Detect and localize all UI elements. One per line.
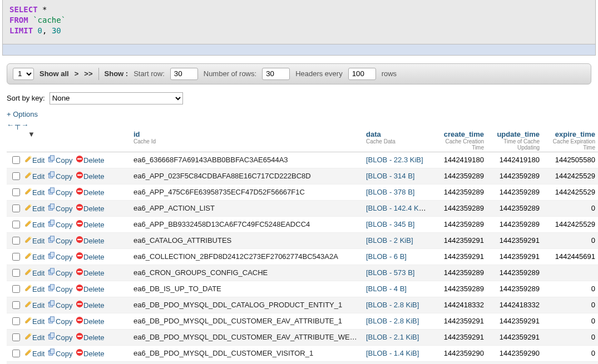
blob-link[interactable]: [BLOB - 2 KiB] xyxy=(366,236,413,245)
cell-data: [BLOB - 5.9 KiB] xyxy=(363,361,429,364)
blob-link[interactable]: [BLOB - 1.4 KiB] xyxy=(366,349,419,357)
edit-link[interactable]: Edit xyxy=(24,317,45,326)
copy-link[interactable]: Copy xyxy=(48,156,72,164)
cell-expire-time: 1442425529 xyxy=(543,216,598,232)
page-select[interactable]: 1 xyxy=(13,68,34,80)
row-checkbox[interactable] xyxy=(12,333,20,341)
delete-link[interactable]: Delete xyxy=(76,317,105,326)
cell-create-time: 1442359289 xyxy=(429,184,487,200)
column-move-arrows[interactable]: ←┬→ xyxy=(7,121,591,129)
blob-link[interactable]: [BLOB - 2.1 KiB] xyxy=(366,333,419,341)
blob-link[interactable]: [BLOB - 345 B] xyxy=(366,220,414,228)
blob-link[interactable]: [BLOB - 573 B] xyxy=(366,268,414,277)
next-page-button[interactable]: > xyxy=(75,69,79,78)
edit-link[interactable]: Edit xyxy=(24,205,45,213)
last-page-button[interactable]: >> xyxy=(84,69,92,78)
copy-link[interactable]: Copy xyxy=(48,301,72,310)
edit-link[interactable]: Edit xyxy=(24,285,45,293)
sort-by-key-label: Sort by key: xyxy=(7,94,45,102)
cell-update-time: 1442359289 xyxy=(487,168,543,184)
copy-link[interactable]: Copy xyxy=(48,237,72,245)
pencil-icon xyxy=(24,348,32,356)
row-actions: Edit Copy Delete xyxy=(21,361,130,364)
copy-link[interactable]: Copy xyxy=(48,350,72,358)
cell-update-time: 1442359289 xyxy=(487,216,543,232)
row-checkbox[interactable] xyxy=(12,301,20,309)
edit-link[interactable]: Edit xyxy=(24,269,45,277)
copy-icon xyxy=(48,300,56,308)
copy-link[interactable]: Copy xyxy=(48,188,72,197)
delete-link[interactable]: Delete xyxy=(76,156,105,164)
copy-link[interactable]: Copy xyxy=(48,221,72,229)
table-row: Edit Copy Deleteea6_DB_PDO_MYSQL_DDL_CUS… xyxy=(7,329,598,345)
edit-link[interactable]: Edit xyxy=(24,221,45,229)
options-link[interactable]: Options xyxy=(7,110,591,118)
copy-icon xyxy=(48,252,56,260)
delete-link[interactable]: Delete xyxy=(76,237,105,245)
row-checkbox[interactable] xyxy=(12,285,20,293)
delete-link[interactable]: Delete xyxy=(76,172,105,181)
row-checkbox[interactable] xyxy=(12,156,20,164)
blob-link[interactable]: [BLOB - 378 B] xyxy=(366,188,414,196)
row-checkbox[interactable] xyxy=(12,205,20,212)
edit-link[interactable]: Edit xyxy=(24,237,45,245)
edit-link[interactable]: Edit xyxy=(24,333,45,342)
show-all-button[interactable]: Show all xyxy=(39,69,69,78)
copy-link[interactable]: Copy xyxy=(48,205,72,213)
copy-link[interactable]: Copy xyxy=(48,172,72,181)
delete-link[interactable]: Delete xyxy=(76,301,105,310)
blob-link[interactable]: [BLOB - 22.3 KiB] xyxy=(366,156,423,164)
blob-link[interactable]: [BLOB - 142.4 KiB] xyxy=(366,204,427,212)
start-row-input[interactable] xyxy=(170,68,198,80)
copy-link[interactable]: Copy xyxy=(48,269,72,277)
pencil-icon xyxy=(24,203,32,211)
row-checkbox-cell xyxy=(7,297,21,313)
sort-by-key-select[interactable]: None xyxy=(50,92,183,104)
edit-link[interactable]: Edit xyxy=(24,350,45,358)
copy-link[interactable]: Copy xyxy=(48,317,72,326)
delete-link[interactable]: Delete xyxy=(76,188,105,197)
col-id[interactable]: idCache Id xyxy=(130,129,363,152)
blob-link[interactable]: [BLOB - 4 B] xyxy=(366,285,407,293)
cell-id: ea6_636668F7A69143ABB0BBFAC3AE6544A3 xyxy=(130,152,363,168)
copy-link[interactable]: Copy xyxy=(48,333,72,342)
cell-create-time: 1442359289 xyxy=(429,168,487,184)
blob-link[interactable]: [BLOB - 314 B] xyxy=(366,172,414,180)
row-checkbox[interactable] xyxy=(12,237,20,245)
edit-link[interactable]: Edit xyxy=(24,301,45,310)
minus-circle-icon xyxy=(76,268,83,276)
edit-link[interactable]: Edit xyxy=(24,188,45,197)
delete-link[interactable]: Delete xyxy=(76,221,105,229)
blob-link[interactable]: [BLOB - 6 B] xyxy=(366,252,407,261)
col-expire-time[interactable]: expire_timeCache Expiration Time xyxy=(543,129,598,152)
edit-link[interactable]: Edit xyxy=(24,172,45,181)
cell-data: [BLOB - 1.4 KiB] xyxy=(363,345,429,361)
num-rows-input[interactable] xyxy=(262,68,290,80)
delete-link[interactable]: Delete xyxy=(76,333,105,342)
row-checkbox[interactable] xyxy=(12,253,20,261)
copy-link[interactable]: Copy xyxy=(48,285,72,293)
edit-link[interactable]: Edit xyxy=(24,156,45,164)
copy-link[interactable]: Copy xyxy=(48,253,72,261)
row-checkbox[interactable] xyxy=(12,317,20,325)
row-checkbox-cell xyxy=(7,281,21,297)
row-checkbox[interactable] xyxy=(12,172,20,180)
cell-expire-time: 0 xyxy=(543,329,598,345)
headers-every-input[interactable] xyxy=(348,68,376,80)
delete-link[interactable]: Delete xyxy=(76,269,105,277)
col-create-time[interactable]: create_timeCache Creation Time xyxy=(429,129,487,152)
row-checkbox[interactable] xyxy=(12,221,20,228)
col-update-time[interactable]: update_timeTime of Cache Updating xyxy=(487,129,543,152)
blob-link[interactable]: [BLOB - 2.8 KiB] xyxy=(366,317,419,325)
cell-create-time: 1442359291 xyxy=(429,361,487,364)
row-checkbox[interactable] xyxy=(12,188,20,196)
row-checkbox[interactable] xyxy=(12,269,20,277)
delete-link[interactable]: Delete xyxy=(76,285,105,293)
edit-link[interactable]: Edit xyxy=(24,253,45,261)
row-checkbox[interactable] xyxy=(12,350,20,357)
blob-link[interactable]: [BLOB - 2.8 KiB] xyxy=(366,301,419,309)
delete-link[interactable]: Delete xyxy=(76,350,105,358)
col-data[interactable]: dataCache Data xyxy=(363,129,429,152)
delete-link[interactable]: Delete xyxy=(76,205,105,213)
delete-link[interactable]: Delete xyxy=(76,253,105,261)
